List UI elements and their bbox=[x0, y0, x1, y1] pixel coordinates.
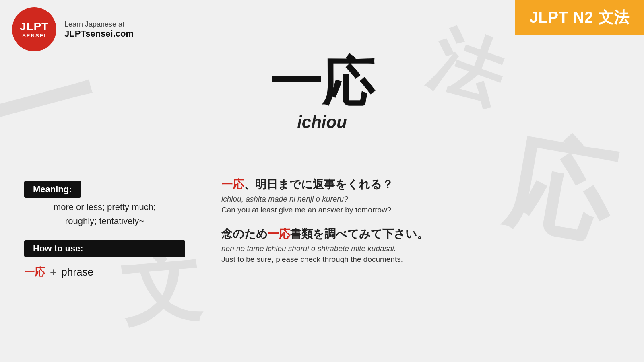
main-kanji: 一応 bbox=[270, 56, 374, 109]
meaning-label: Meaning: bbox=[24, 181, 81, 198]
logo-sensei: SENSEI bbox=[22, 33, 46, 38]
example-2-japanese: 念のため一応書類を調べてみて下さい。 bbox=[221, 226, 620, 242]
formula-plus: + bbox=[50, 266, 56, 279]
header-tagline: Learn Japanese at bbox=[64, 20, 134, 29]
meaning-section: Meaning: more or less; pretty much;rough… bbox=[24, 181, 185, 228]
right-panel: 一応、明日までに返事をくれる？ ichiou, ashita made ni h… bbox=[209, 173, 644, 362]
how-to-use-label: How to use: bbox=[24, 240, 185, 257]
example-1-romaji: ichiou, ashita made ni henji o kureru? bbox=[221, 195, 620, 204]
meaning-text: more or less; pretty much;roughly; tenta… bbox=[24, 200, 185, 228]
formula-kanji: 一応 bbox=[24, 265, 45, 279]
how-to-use-section: How to use: 一応 + phrase bbox=[24, 240, 185, 279]
main-romaji: ichiou bbox=[297, 113, 347, 132]
jlpt-badge: JLPT N2 文法 bbox=[515, 0, 644, 35]
main-kanji-area: 一応 ichiou bbox=[0, 56, 644, 132]
usage-formula: 一応 + phrase bbox=[24, 265, 185, 279]
header-url: JLPTsensei.com bbox=[64, 29, 134, 39]
example-2-highlight: 一応 bbox=[268, 228, 290, 240]
example-1-english: Can you at least give me an answer by to… bbox=[221, 206, 620, 214]
formula-phrase: phrase bbox=[61, 266, 93, 278]
example-1: 一応、明日までに返事をくれる？ ichiou, ashita made ni h… bbox=[221, 177, 620, 214]
logo-jlpt: JLPT bbox=[20, 21, 49, 32]
example-1-after: 、明日までに返事をくれる？ bbox=[244, 178, 393, 191]
example-2-before: 念のため bbox=[221, 228, 268, 240]
left-panel: Meaning: more or less; pretty much;rough… bbox=[0, 173, 209, 362]
example-2-english: Just to be sure, please check through th… bbox=[221, 255, 620, 264]
header-text: Learn Japanese at JLPTsensei.com bbox=[64, 20, 134, 39]
content-area: Meaning: more or less; pretty much;rough… bbox=[0, 173, 644, 362]
jlpt-badge-text: JLPT N2 文法 bbox=[529, 7, 630, 28]
logo: JLPT SENSEI bbox=[12, 7, 56, 51]
example-2-after: 書類を調べてみて下さい。 bbox=[290, 228, 428, 240]
example-1-japanese: 一応、明日までに返事をくれる？ bbox=[221, 177, 620, 192]
example-2: 念のため一応書類を調べてみて下さい。 nen no tame ichiou sh… bbox=[221, 226, 620, 264]
example-1-highlight: 一応 bbox=[221, 178, 244, 191]
example-2-romaji: nen no tame ichiou shorui o shirabete mi… bbox=[221, 244, 620, 253]
